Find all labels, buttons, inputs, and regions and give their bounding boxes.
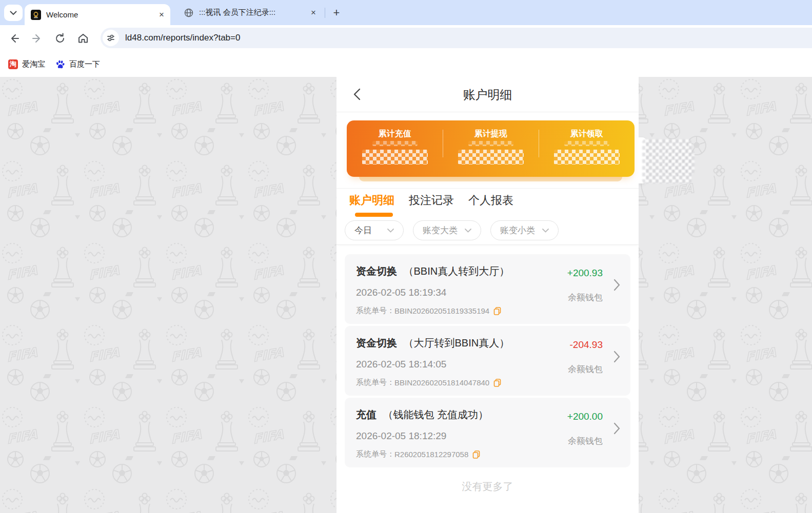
tab-strip: Welcome × :::视讯 会员下注纪录::: × + <box>0 0 812 25</box>
transaction-wallet: 余额钱包 <box>567 435 603 447</box>
filter-date-dropdown[interactable]: 今日 <box>345 220 404 240</box>
censored-value <box>554 150 620 165</box>
censored-value <box>468 141 513 146</box>
bookmark-label: 百度一下 <box>69 59 100 69</box>
baidu-paw-icon <box>55 59 65 69</box>
back-icon[interactable] <box>8 32 21 45</box>
url-text[interactable]: ld48.com/reports/index?tab=0 <box>125 28 240 48</box>
transaction-card[interactable]: 充值 （钱能钱包 充值成功） 2026-02-05 18:12:29 系统单号：… <box>345 398 630 467</box>
summary-total-claim: 累计领取 <box>539 120 635 177</box>
transaction-card[interactable]: 资金切换 （BBIN真人转到大厅） 2026-02-05 18:19:34 系统… <box>345 254 630 324</box>
home-icon[interactable] <box>77 32 89 45</box>
reload-icon[interactable] <box>54 32 66 45</box>
chevron-down-icon <box>387 229 394 233</box>
page-header: 账户明细 <box>336 77 639 112</box>
filter-label: 账变小类 <box>500 224 535 236</box>
no-more-text: 没有更多了 <box>336 480 639 494</box>
tab-close-icon[interactable]: × <box>159 10 164 20</box>
order-number: R2602051812297058 <box>394 450 468 459</box>
site-favicon <box>31 10 41 20</box>
browser-tab-welcome[interactable]: Welcome × <box>25 4 170 25</box>
report-tabs: 账户明细 投注记录 个人报表 <box>349 193 513 208</box>
site-info-button[interactable] <box>103 30 119 46</box>
order-label: 系统单号： <box>356 449 394 459</box>
transaction-amount: +200.00 <box>567 411 603 422</box>
summary-label: 累计领取 <box>539 129 635 139</box>
censor-mosaic <box>665 150 695 174</box>
tab-title: Welcome <box>46 10 154 19</box>
account-detail-panel: 账户明细 累计充值 累计提现 累计领取 账户明细 投注记录 <box>336 77 639 513</box>
globe-icon <box>184 8 194 18</box>
active-tab-underline <box>355 213 393 217</box>
tab-bet-records[interactable]: 投注记录 <box>409 193 454 208</box>
transaction-subtitle: （钱能钱包 充值成功） <box>383 409 488 420</box>
new-tab-button[interactable]: + <box>329 6 344 20</box>
transaction-amount: -204.93 <box>568 339 603 351</box>
subnav-section: 账户明细 投注记录 个人报表 今日 账变大类 账变小类 <box>336 188 639 245</box>
chevron-down-icon <box>542 229 549 233</box>
bookmark-label: 爱淘宝 <box>22 59 45 69</box>
censored-value <box>372 141 418 146</box>
tab-personal-report[interactable]: 个人报表 <box>468 193 513 208</box>
tab-account-detail[interactable]: 账户明细 <box>349 193 394 208</box>
order-number: BBIN202602051819335194 <box>394 306 489 315</box>
filter-minor-type-dropdown[interactable]: 账变小类 <box>490 220 559 240</box>
summary-total-deposit: 累计充值 <box>347 120 443 177</box>
transaction-type: 资金切换 <box>356 337 397 348</box>
transaction-type: 资金切换 <box>356 265 397 277</box>
tab-divider <box>325 8 325 18</box>
address-bar[interactable]: ld48.com/reports/index?tab=0 <box>101 28 812 48</box>
back-chevron-icon[interactable] <box>351 88 364 101</box>
copy-icon[interactable] <box>493 379 501 387</box>
bookmarks-bar: 淘 爱淘宝 百度一下 <box>0 51 812 77</box>
chevron-down-icon <box>10 11 17 15</box>
transaction-type: 充值 <box>356 409 377 420</box>
filter-row: 今日 账变大类 账变小类 <box>345 220 559 240</box>
filter-label: 今日 <box>354 224 372 236</box>
page-background: FIFA <box>0 77 812 513</box>
forward-icon[interactable] <box>31 32 43 45</box>
order-number: BBIN202602051814047840 <box>394 378 489 387</box>
order-label: 系统单号： <box>356 306 394 316</box>
copy-icon[interactable] <box>493 307 501 315</box>
summary-card-stack-shadow <box>359 177 622 181</box>
chevron-right-icon <box>613 351 620 365</box>
chevron-right-icon <box>613 422 620 437</box>
transaction-card[interactable]: 资金切换 （大厅转到BBIN真人） 2026-02-05 18:14:05 系统… <box>345 326 630 396</box>
tune-icon <box>107 34 115 42</box>
transaction-wallet: 余额钱包 <box>568 363 603 375</box>
copy-icon[interactable] <box>472 450 480 459</box>
transaction-wallet: 余额钱包 <box>567 292 603 303</box>
filter-major-type-dropdown[interactable]: 账变大类 <box>413 220 481 240</box>
taobao-icon: 淘 <box>8 59 18 69</box>
chevron-down-icon <box>465 229 471 233</box>
transaction-subtitle: （大厅转到BBIN真人） <box>403 337 509 348</box>
summary-label: 累计充值 <box>347 129 443 139</box>
browser-tab-records[interactable]: :::视讯 会员下注纪录::: × <box>177 0 322 25</box>
order-label: 系统单号： <box>356 378 394 387</box>
chevron-right-icon <box>613 279 620 293</box>
transaction-amount: +200.93 <box>567 268 603 279</box>
summary-total-withdraw: 累计提现 <box>443 120 539 177</box>
censored-value <box>458 150 524 165</box>
tab-title: :::视讯 会员下注纪录::: <box>199 8 306 17</box>
tab-close-icon[interactable]: × <box>311 8 316 18</box>
summary-card: 累计充值 累计提现 累计领取 <box>347 120 635 177</box>
bookmark-baidu[interactable]: 百度一下 <box>55 51 100 77</box>
bookmark-aitaobao[interactable]: 淘 爱淘宝 <box>8 51 45 77</box>
transaction-subtitle: （BBIN真人转到大厅） <box>403 265 509 277</box>
page-title: 账户明细 <box>336 77 639 112</box>
tab-search-button[interactable] <box>4 5 23 21</box>
filter-label: 账变大类 <box>423 224 458 236</box>
summary-label: 累计提现 <box>443 129 539 139</box>
censored-value <box>564 141 609 146</box>
browser-toolbar: ld48.com/reports/index?tab=0 <box>0 25 812 51</box>
censored-value <box>362 150 428 165</box>
